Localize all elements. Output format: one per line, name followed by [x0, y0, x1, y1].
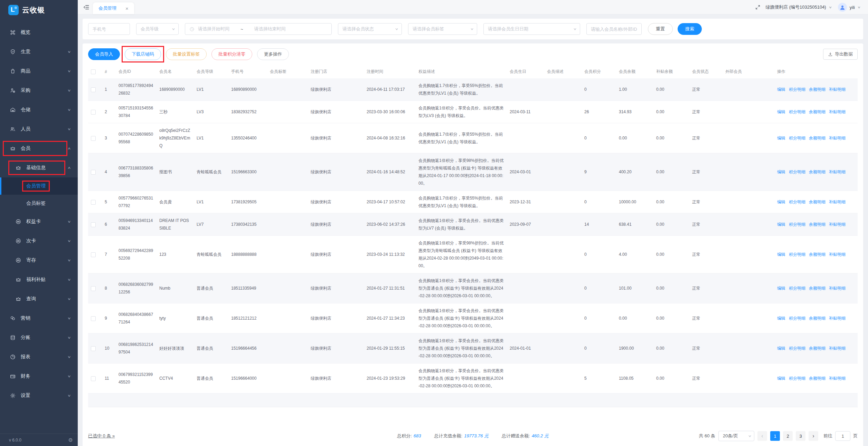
more-actions-button[interactable]: 更多操作 — [257, 48, 289, 60]
op-link-1[interactable]: 积分明细 — [789, 252, 805, 257]
goto-page-input[interactable] — [835, 431, 850, 441]
batch-set-tag-button[interactable]: 批量设置标签 — [166, 48, 207, 60]
sidebar-item-settings[interactable]: 设置∨ — [0, 386, 78, 405]
store-name[interactable]: 绿旗便利店 (编号1032505104) — [765, 4, 826, 10]
op-link-3[interactable]: 补贴明细 — [829, 376, 846, 381]
op-link-2[interactable]: 余额明细 — [809, 87, 825, 92]
op-link-0[interactable]: 编辑 — [777, 109, 785, 114]
filter-select-3[interactable]: 请选择会员状态∨ — [338, 23, 402, 35]
sidebar-item-query[interactable]: 查询∨ — [0, 289, 78, 309]
row-checkbox[interactable] — [91, 200, 96, 205]
search-button[interactable]: 搜索 — [678, 23, 702, 35]
op-link-0[interactable]: 编辑 — [777, 286, 785, 291]
sidebar-item-basic-info[interactable]: 基础信息∧ — [0, 158, 78, 177]
sidebar-item-staff[interactable]: 人员∨ — [0, 119, 78, 139]
row-checkbox[interactable] — [91, 376, 96, 381]
op-link-0[interactable]: 编辑 — [777, 252, 785, 257]
op-link-0[interactable]: 编辑 — [777, 222, 785, 227]
gear-icon[interactable]: ⚙ — [68, 437, 73, 443]
row-checkbox[interactable] — [91, 346, 96, 351]
filter-input-6[interactable] — [586, 23, 642, 35]
op-link-2[interactable]: 余额明细 — [809, 316, 825, 321]
filter-input-0[interactable] — [88, 23, 130, 35]
op-link-2[interactable]: 余额明细 — [809, 346, 825, 351]
op-link-0[interactable]: 编辑 — [777, 169, 785, 174]
row-checkbox[interactable] — [91, 286, 96, 291]
op-link-1[interactable]: 积分明细 — [789, 376, 805, 381]
row-checkbox[interactable] — [91, 252, 96, 257]
sidebar-item-member-tag[interactable]: 会员标签 — [0, 195, 78, 212]
sidebar-item-business[interactable]: 生意∨ — [0, 42, 78, 61]
op-link-2[interactable]: 余额明细 — [809, 252, 825, 257]
op-link-0[interactable]: 编辑 — [777, 200, 785, 204]
filter-select-1[interactable]: 会员等级∨ — [136, 23, 179, 35]
op-link-1[interactable]: 积分明细 — [789, 286, 805, 291]
sidebar-item-member-manage[interactable]: 会员管理 — [0, 177, 78, 195]
sidebar-item-member[interactable]: 会员∧ — [0, 139, 78, 158]
sidebar-item-welfare[interactable]: 福利补贴∨ — [0, 270, 78, 289]
op-link-2[interactable]: 余额明细 — [809, 222, 825, 227]
op-link-0[interactable]: 编辑 — [777, 87, 785, 92]
op-link-0[interactable]: 编辑 — [777, 316, 785, 321]
op-link-3[interactable]: 补贴明细 — [829, 286, 846, 291]
sidebar-item-rights-card[interactable]: 权益卡∨ — [0, 212, 78, 231]
tab-member-manage[interactable]: 会员管理 × — [93, 2, 134, 14]
op-link-3[interactable]: 补贴明细 — [829, 200, 846, 204]
sidebar-item-ledger[interactable]: 分账∨ — [0, 328, 78, 347]
sidebar-item-finance[interactable]: 财务∨ — [0, 367, 78, 386]
op-link-1[interactable]: 积分明细 — [789, 316, 805, 321]
op-link-0[interactable]: 编辑 — [777, 346, 785, 351]
close-icon[interactable]: × — [125, 6, 129, 11]
row-checkbox[interactable] — [91, 136, 96, 141]
page-button-1[interactable]: 1 — [770, 431, 780, 441]
page-button-3[interactable]: 3 — [796, 431, 805, 441]
filter-select-4[interactable]: 请选择会员标签∨ — [408, 23, 477, 35]
op-link-3[interactable]: 补贴明细 — [829, 169, 846, 174]
sidebar-item-warehouse[interactable]: 仓储∨ — [0, 100, 78, 119]
sidebar-item-report[interactable]: 报表∨ — [0, 347, 78, 367]
sidebar-item-purchase[interactable]: 采购∨ — [0, 81, 78, 100]
sidebar-item-overview[interactable]: 概览 — [0, 23, 78, 42]
op-link-3[interactable]: 补贴明细 — [829, 316, 846, 321]
op-link-3[interactable]: 补贴明细 — [829, 222, 846, 227]
menu-fold-icon[interactable] — [83, 4, 89, 10]
filter-select-5[interactable]: 请选择会员生日日期∨ — [483, 23, 580, 35]
op-link-2[interactable]: 余额明细 — [809, 376, 825, 381]
op-link-1[interactable]: 积分明细 — [789, 87, 805, 92]
op-link-2[interactable]: 余额明细 — [809, 286, 825, 291]
op-link-0[interactable]: 编辑 — [777, 136, 785, 140]
op-link-2[interactable]: 余额明细 — [809, 109, 825, 114]
reset-button[interactable]: 重置 — [648, 23, 673, 35]
sidebar-item-marketing[interactable]: 营销∨ — [0, 309, 78, 328]
sidebar-item-goods[interactable]: 商品∨ — [0, 61, 78, 81]
row-checkbox[interactable] — [91, 316, 96, 321]
select-all-checkbox[interactable] — [91, 69, 96, 74]
row-checkbox[interactable] — [91, 110, 96, 115]
op-link-0[interactable]: 编辑 — [777, 376, 785, 381]
sidebar-item-times-card[interactable]: 次卡∨ — [0, 231, 78, 251]
op-link-1[interactable]: 积分明细 — [789, 222, 805, 227]
filter-daterange-2[interactable]: 请选择开始时间~请选择结束时间 — [185, 23, 332, 35]
op-link-3[interactable]: 补贴明细 — [829, 87, 846, 92]
op-link-3[interactable]: 补贴明细 — [829, 136, 846, 140]
op-link-2[interactable]: 余额明细 — [809, 169, 825, 174]
op-link-1[interactable]: 积分明细 — [789, 346, 805, 351]
op-link-3[interactable]: 补贴明细 — [829, 346, 846, 351]
row-checkbox[interactable] — [91, 87, 96, 92]
avatar[interactable] — [838, 3, 847, 12]
sidebar-item-deposit[interactable]: 寄存∨ — [0, 251, 78, 270]
op-link-1[interactable]: 积分明细 — [789, 200, 805, 204]
export-data-button[interactable]: 导出数据 — [823, 49, 858, 60]
download-shop-code-button[interactable]: 下载店铺码 — [125, 48, 161, 60]
op-link-2[interactable]: 余额明细 — [809, 200, 825, 204]
page-size-select[interactable]: 20条/页 ∨ — [718, 431, 754, 441]
op-link-3[interactable]: 补贴明细 — [829, 252, 846, 257]
op-link-2[interactable]: 余额明细 — [809, 136, 825, 140]
op-link-1[interactable]: 积分明细 — [789, 169, 805, 174]
op-link-3[interactable]: 补贴明细 — [829, 109, 846, 114]
prev-page-button[interactable]: ‹ — [757, 431, 767, 441]
op-link-1[interactable]: 积分明细 — [789, 136, 805, 140]
username[interactable]: yili — [850, 5, 855, 10]
fullscreen-icon[interactable] — [755, 4, 761, 10]
selected-count[interactable]: 已选中 0 条 » — [88, 433, 115, 439]
